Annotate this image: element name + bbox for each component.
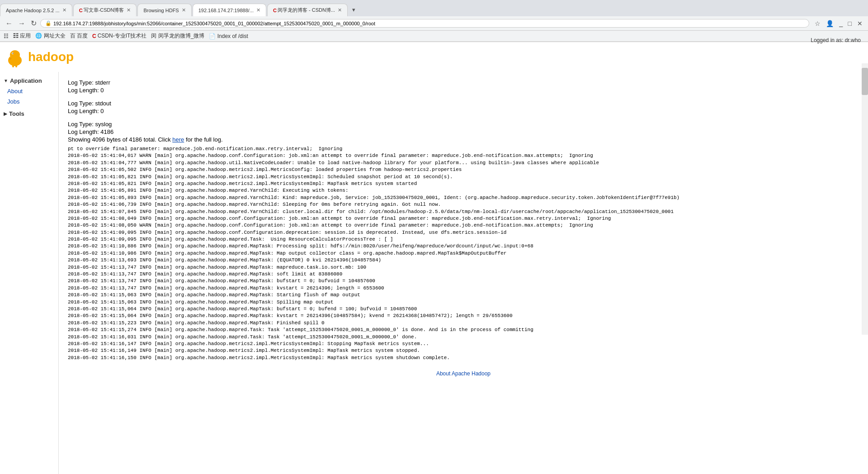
tab-browsing-hdfs-label: Browsing HDFS — [143, 8, 179, 13]
footer: About Apache Hadoop — [68, 361, 859, 386]
sidebar-tools-header[interactable]: ▶ Tools — [0, 109, 58, 119]
tools-arrow-icon: ▶ — [4, 111, 7, 116]
scrollbar-thumb[interactable] — [862, 68, 868, 95]
sidebar-application-header[interactable]: ▼ Application — [0, 76, 58, 86]
log-type1: Log Type: stderr — [68, 79, 859, 86]
tab-close-hadoop[interactable]: ✕ — [62, 7, 66, 13]
application-label: Application — [10, 77, 42, 84]
tab-hadoop[interactable]: Apache Hadoop 2.5.2 ... ✕ — [0, 4, 72, 16]
toolbar-right: ☆ 👤 ⎯ □ ✕ — [813, 19, 864, 28]
log-type3: Log Type: syslog — [68, 121, 859, 128]
tab-minfulong[interactable]: C 闵孚龙的博客 - CSDN博... ✕ — [267, 4, 348, 16]
page-body: ▼ Application About Jobs ▶ Tools Log Typ… — [0, 72, 868, 474]
hadoop-elephant-icon — [4, 46, 26, 68]
tools-label: Tools — [9, 110, 24, 117]
bookmark-csdn[interactable]: C CSDN-专业IT技术社 — [92, 32, 146, 40]
bookmark-index-dist[interactable]: 📄 Index of /dist — [209, 33, 248, 39]
sidebar: ▼ Application About Jobs ▶ Tools — [0, 72, 59, 474]
bookmark-apps[interactable]: ☷ 应用 — [13, 32, 31, 40]
here-link[interactable]: here — [172, 136, 184, 143]
tab-close-minfulong[interactable]: ✕ — [338, 7, 342, 13]
tab-minfulong-label: 闵孚龙的博客 - CSDN博... — [278, 7, 335, 14]
log-stderr-header: Log Type: stderr Log Length: 0 — [68, 79, 859, 94]
bookmark-minfulong-weibo[interactable]: 闵 闵孚龙的微博_微博 — [151, 32, 204, 40]
tab-active[interactable]: 192.168.174.27:19888/... ✕ — [193, 4, 266, 16]
hadoop-logo: hadoop — [4, 46, 864, 68]
forward-button[interactable]: → — [16, 19, 27, 28]
log-length3: Log Length: 4186 — [68, 128, 859, 135]
svg-rect-7 — [12, 64, 14, 67]
sidebar-application-section: ▼ Application About Jobs — [0, 76, 58, 107]
browser-chrome: Apache Hadoop 2.5.2 ... ✕ C 写文章-CSDN博客 ✕… — [0, 0, 868, 42]
url-input[interactable]: 192.168.174.27:19888/jobhistory/logs/min… — [53, 21, 804, 26]
scrollbar-area[interactable] — [862, 63, 868, 335]
url-bar: 🔒 192.168.174.27:19888/jobhistory/logs/m… — [40, 19, 809, 28]
close-button[interactable]: ✕ — [855, 19, 864, 28]
address-toolbar: ← → ↻ 🔒 192.168.174.27:19888/jobhistory/… — [0, 16, 868, 31]
log-body: pt to override final parameter: mapreduc… — [68, 146, 859, 361]
sidebar-tools-section: ▶ Tools — [0, 109, 58, 119]
log-syslog-header: Log Type: syslog Log Length: 4186 Showin… — [68, 121, 859, 143]
logo-area: hadoop — [0, 42, 868, 72]
tab-hadoop-label: Apache Hadoop 2.5.2 ... — [6, 8, 60, 13]
account-button[interactable]: 👤 — [824, 19, 835, 28]
back-button[interactable]: ← — [4, 19, 14, 28]
refresh-button[interactable]: ↻ — [29, 18, 38, 28]
tab-csdn-write-label: 写文章-CSDN博客 — [84, 7, 124, 14]
tab-more[interactable]: ▾ — [349, 6, 359, 13]
tab-csdn-write[interactable]: C 写文章-CSDN博客 ✕ — [73, 4, 137, 16]
hadoop-title: hadoop — [28, 50, 74, 64]
tab-close-csdn-write[interactable]: ✕ — [127, 7, 131, 13]
minimize-button[interactable]: ⎯ — [837, 19, 844, 28]
about-hadoop-link[interactable]: About Apache Hadoop — [436, 370, 491, 377]
log-stdout-header: Log Type: stdout Log Length: 0 — [68, 100, 859, 114]
tab-browsing-hdfs[interactable]: Browsing HDFS ✕ — [137, 4, 191, 16]
log-showing-text: Showing 4096 bytes of 4186 total. Click … — [68, 136, 859, 143]
bookmark-urlall[interactable]: 🌐 网址大全 — [35, 32, 65, 40]
lock-icon: 🔒 — [45, 20, 52, 26]
log-length1: Log Length: 0 — [68, 87, 859, 94]
bookmarks-bar: ☷ ☷ 应用 🌐 网址大全 百 百度 C CSDN-专业IT技术社 闵 闵孚龙的… — [0, 31, 868, 42]
logged-in-info: Logged in as: dr.who — [811, 37, 861, 43]
star-button[interactable]: ☆ — [813, 19, 822, 28]
svg-point-5 — [13, 53, 14, 54]
main-content: Log Type: stderr Log Length: 0 Log Type:… — [59, 72, 868, 474]
application-arrow-icon: ▼ — [4, 78, 8, 83]
tab-close-browsing-hdfs[interactable]: ✕ — [182, 7, 186, 13]
log-length2: Log Length: 0 — [68, 108, 859, 114]
sidebar-item-about[interactable]: About — [0, 86, 58, 96]
tab-active-label: 192.168.174.27:19888/... — [198, 8, 254, 13]
bookmark-baidu[interactable]: 百 百度 — [70, 32, 88, 40]
tab-close-active[interactable]: ✕ — [256, 7, 260, 13]
sidebar-item-jobs[interactable]: Jobs — [0, 96, 58, 107]
maximize-button[interactable]: □ — [846, 19, 854, 28]
svg-point-6 — [16, 53, 19, 57]
svg-rect-8 — [15, 64, 17, 67]
log-type2: Log Type: stdout — [68, 100, 859, 107]
tab-bar: Apache Hadoop 2.5.2 ... ✕ C 写文章-CSDN博客 ✕… — [0, 0, 868, 16]
